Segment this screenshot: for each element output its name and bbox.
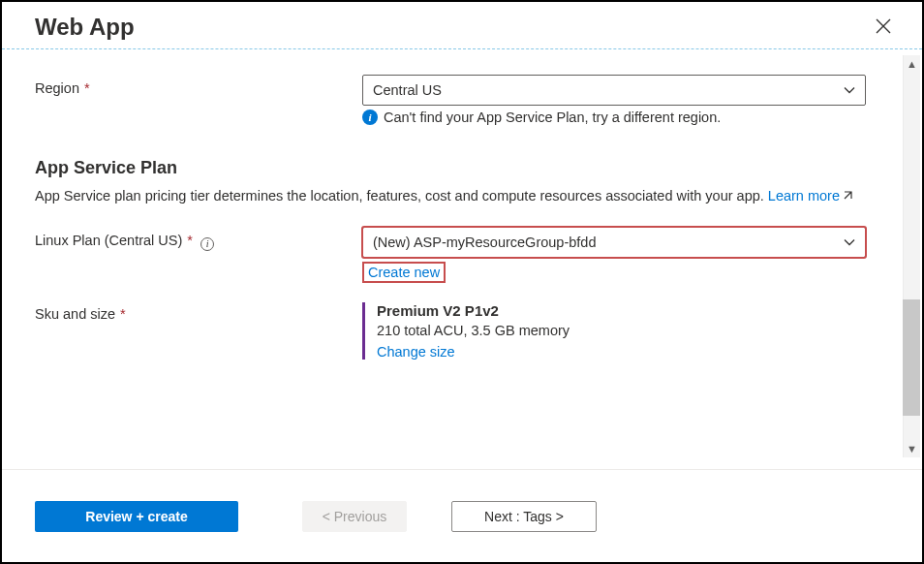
region-row: Region * Central US i Can't find your Ap…: [35, 75, 889, 125]
region-label-text: Region: [35, 80, 79, 96]
required-asterisk: *: [84, 80, 90, 96]
page-title: Web App: [35, 14, 135, 41]
required-asterisk: *: [187, 233, 193, 248]
external-link-icon: [842, 187, 853, 207]
change-size-link[interactable]: Change size: [377, 344, 866, 360]
close-icon: [876, 18, 891, 34]
region-helper: i Can't find your App Service Plan, try …: [362, 110, 866, 125]
region-helper-text: Can't find your App Service Plan, try a …: [384, 110, 721, 125]
required-asterisk: *: [120, 306, 126, 322]
close-button[interactable]: [872, 14, 895, 41]
plan-section-description: App Service plan pricing tier determines…: [35, 186, 887, 207]
scroll-area: Region * Central US i Can't find your Ap…: [2, 55, 922, 457]
linux-plan-select[interactable]: (New) ASP-myResourceGroup-bfdd: [362, 227, 866, 258]
scroll-thumb[interactable]: [903, 299, 920, 416]
plan-desc-text: App Service plan pricing tier determines…: [35, 188, 768, 204]
region-select-value: Central US: [373, 82, 442, 98]
footer-bar: Review + create < Previous Next : Tags >: [2, 469, 922, 562]
sku-detail: 210 total ACU, 3.5 GB memory: [377, 323, 866, 338]
region-select[interactable]: Central US: [362, 75, 866, 106]
next-button[interactable]: Next : Tags >: [451, 501, 597, 532]
info-outline-icon[interactable]: i: [200, 237, 214, 251]
linux-plan-select-value: (New) ASP-myResourceGroup-bfdd: [373, 235, 596, 250]
chevron-down-icon: [844, 236, 855, 248]
learn-more-text: Learn more: [768, 188, 840, 204]
learn-more-link[interactable]: Learn more: [768, 188, 853, 204]
linux-plan-label: Linux Plan (Central US) * i: [35, 227, 362, 251]
sku-label-text: Sku and size: [35, 306, 115, 322]
info-icon: i: [362, 110, 378, 125]
linux-plan-label-text: Linux Plan (Central US): [35, 233, 182, 248]
plan-section-heading: App Service Plan: [35, 158, 889, 178]
linux-plan-row: Linux Plan (Central US) * i (New) ASP-my…: [35, 227, 889, 283]
scroll-up-arrow[interactable]: ▲: [904, 55, 920, 73]
previous-button: < Previous: [302, 501, 407, 532]
scroll-down-arrow[interactable]: ▼: [904, 440, 920, 457]
create-new-link[interactable]: Create new: [362, 262, 446, 283]
header-bar: Web App: [2, 2, 922, 49]
sku-title: Premium V2 P1v2: [377, 302, 866, 319]
sku-label: Sku and size *: [35, 300, 362, 322]
chevron-down-icon: [844, 84, 855, 96]
sku-block: Premium V2 P1v2 210 total ACU, 3.5 GB me…: [362, 302, 866, 360]
region-label: Region *: [35, 75, 362, 96]
sku-row: Sku and size * Premium V2 P1v2 210 total…: [35, 300, 889, 360]
review-create-button[interactable]: Review + create: [35, 501, 238, 532]
scrollbar[interactable]: ▲ ▼: [903, 55, 920, 457]
